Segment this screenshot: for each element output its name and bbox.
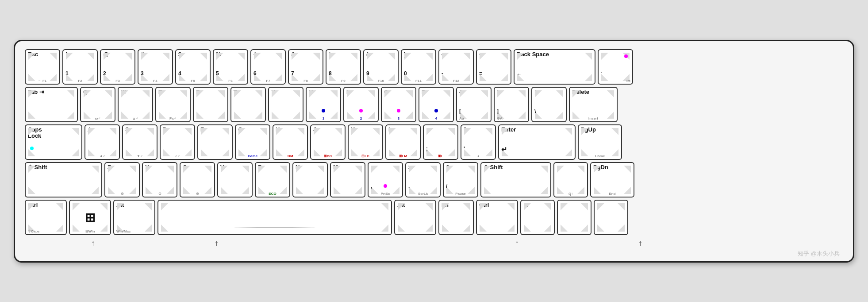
key-row-1: Esc ~ F1 ! 1 F2 @ 2 F3 # 3 F4 (25, 49, 843, 85)
indicator-3: ↑ (515, 239, 519, 248)
key-r[interactable]: R (193, 87, 228, 122)
key-minus[interactable]: — - F12 (438, 49, 474, 85)
key-right-shift[interactable]: ⇧ Shift (480, 162, 551, 197)
key-v[interactable]: V (217, 162, 253, 197)
key-rbracket[interactable]: } ] ⊘A (494, 87, 529, 122)
key-c[interactable]: C ⊙ (180, 162, 215, 197)
key-s[interactable]: S ▼♂ (122, 124, 157, 160)
key-delete[interactable]: Delete Insert (569, 87, 618, 122)
key-0[interactable]: ) 0 F11 (401, 49, 436, 85)
key-u[interactable]: U 1 (306, 87, 341, 122)
key-backspace[interactable]: Back Space ← (514, 49, 595, 85)
key-down-arrow[interactable]: ▼ (557, 200, 591, 235)
key-n[interactable]: N (292, 162, 328, 197)
key-k[interactable]: K ⊞LC (348, 124, 383, 160)
key-row-4: ⇧ Shift Z ⊙ X ⊙ C ⊙ V (25, 162, 843, 197)
key-g[interactable]: G Game (235, 124, 270, 160)
key-i[interactable]: I 2 (343, 87, 379, 122)
key-t[interactable]: T (230, 87, 266, 122)
key-y[interactable]: Y (268, 87, 303, 122)
key-enter[interactable]: Enter ↵ (498, 124, 576, 160)
key-5[interactable]: % 5 F6 (213, 49, 248, 85)
key-6[interactable]: ^ 6 F7 (250, 49, 286, 85)
keyboard: Esc ~ F1 ! 1 F2 @ 2 F3 # 3 F4 (14, 40, 854, 263)
key-e[interactable]: E Px♂ (155, 87, 191, 122)
key-left-alt[interactable]: Alt Win/Mac (113, 200, 155, 235)
key-b[interactable]: B ECO (255, 162, 290, 197)
key-row-3: CapsLock A ◄♂ S ▼♂ D ♂♂ F (25, 124, 843, 160)
key-4[interactable]: $ 4 F5 (175, 49, 211, 85)
key-slash[interactable]: ? / Pause (443, 162, 478, 197)
key-3[interactable]: # 3 F4 (138, 49, 173, 85)
key-lbracket[interactable]: { [ Aα (456, 87, 492, 122)
key-space[interactable] (157, 200, 392, 235)
key-comma[interactable]: < , PrtSc (368, 162, 403, 197)
bottom-indicators: ↑ ↑ ↑ ↑ (25, 239, 843, 248)
key-d[interactable]: D ♂♂ (160, 124, 195, 160)
watermark: 知乎 @木头小兵 (798, 250, 840, 258)
key-x[interactable]: X ⊙ (142, 162, 177, 197)
key-equals[interactable]: + = (476, 49, 511, 85)
key-pgdn[interactable]: PgDn End (590, 162, 634, 197)
key-j[interactable]: J ⊞BC (310, 124, 346, 160)
key-z[interactable]: Z ⊙ (104, 162, 140, 197)
indicator-2: ↑ (215, 239, 219, 248)
key-backslash[interactable]: | \ (531, 87, 567, 122)
key-2[interactable]: @ 2 F3 (100, 49, 135, 85)
key-q[interactable]: Q ω♂ (80, 87, 115, 122)
key-win[interactable]: ⊞ ⊞Win (69, 200, 111, 235)
key-m[interactable]: M (330, 162, 365, 197)
key-1[interactable]: ! 1 F2 (62, 49, 98, 85)
key-right-alt[interactable]: Alt (394, 200, 436, 235)
keyboard-rows: Esc ~ F1 ! 1 F2 @ 2 F3 # 3 F4 (25, 49, 843, 235)
indicator-4: ↑ (638, 239, 642, 248)
key-left-ctrl[interactable]: Ctrl ⇧Caps (25, 200, 67, 235)
key-a[interactable]: A ◄♂ (84, 124, 120, 160)
key-p[interactable]: P 4 (419, 87, 454, 122)
key-quote[interactable]: " ' ♦ (461, 124, 496, 160)
key-7[interactable]: & 7 F8 (288, 49, 323, 85)
key-h[interactable]: H ΩM (273, 124, 308, 160)
key-up-arrow[interactable]: ▲ Q↑ (553, 162, 588, 197)
key-w[interactable]: W ▲♂ (118, 87, 153, 122)
key-esc[interactable]: Esc ~ F1 (25, 49, 60, 85)
key-pgup[interactable]: PgUp Home (578, 124, 622, 160)
key-left-arrow[interactable]: ◄ (520, 200, 555, 235)
key-period[interactable]: > . ScrLk (405, 162, 441, 197)
key-9[interactable]: ( 9 F10 (363, 49, 399, 85)
key-fn[interactable]: Fn (438, 200, 474, 235)
key-left-shift[interactable]: ⇧ Shift (25, 162, 102, 197)
indicator-1: ↑ (91, 239, 95, 248)
key-caps-lock[interactable]: CapsLock (25, 124, 82, 160)
key-row-5: Ctrl ⇧Caps ⊞ ⊞Win Alt Win/Mac Alt (25, 200, 843, 235)
key-right-arrow[interactable]: ► (594, 200, 628, 235)
key-semicolon[interactable]: : ; ⊞L (423, 124, 458, 160)
key-o[interactable]: O 3 (381, 87, 416, 122)
key-l[interactable]: L ⊞LM (385, 124, 421, 160)
key-8[interactable]: * 8 F9 (326, 49, 361, 85)
key-right-ctrl[interactable]: Ctrl (476, 200, 518, 235)
key-tab[interactable]: Tab ⇥ (25, 87, 78, 122)
key-row-2: Tab ⇥ Q ω♂ W ▲♂ E Px♂ R (25, 87, 843, 122)
key-f[interactable]: F (197, 124, 233, 160)
key-tilde-right[interactable]: ~ ` IM (598, 49, 633, 85)
